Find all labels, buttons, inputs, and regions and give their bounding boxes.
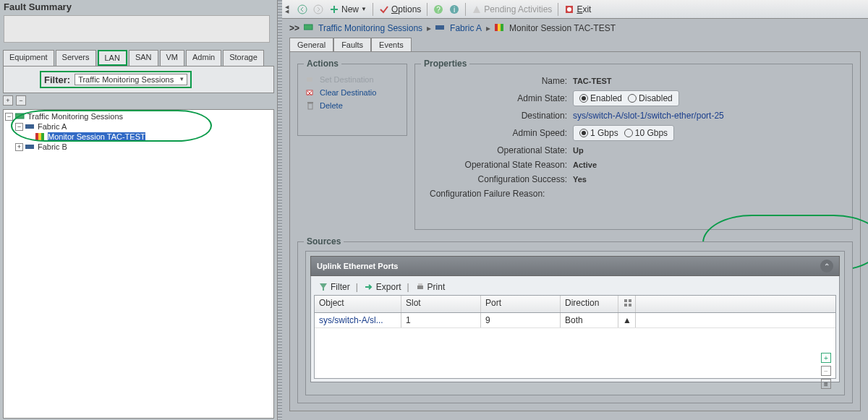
- svg-rect-2: [35, 133, 38, 140]
- tree-session[interactable]: Monitor Session TAC-TEST: [48, 132, 145, 141]
- tab-servers[interactable]: Servers: [56, 50, 96, 66]
- tree-fabric-b[interactable]: Fabric B: [38, 142, 67, 151]
- tree-root[interactable]: Traffic Monitoring Sessions: [27, 112, 123, 121]
- radio-enabled[interactable]: Enabled: [579, 93, 622, 103]
- collapse-all-button[interactable]: −: [16, 95, 26, 106]
- tab-admin[interactable]: Admin: [186, 50, 221, 66]
- top-toolbar: ◀◀ New▼ OOptionsptions ? i Pending Activ…: [282, 0, 868, 19]
- svg-rect-1: [25, 124, 34, 129]
- svg-rect-30: [629, 304, 631, 307]
- tree-toggle-fabric-a[interactable]: −: [15, 123, 23, 131]
- tab-vm[interactable]: VM: [160, 50, 185, 66]
- uplink-ports-header[interactable]: Uplink Ethernet Ports ⌃: [310, 256, 840, 276]
- filter-row: Filter: Traffic Monitoring Sessions: [3, 66, 274, 93]
- svg-rect-29: [624, 304, 627, 307]
- remove-row-icon[interactable]: −: [821, 366, 831, 376]
- op-reason-value: Active: [573, 160, 597, 169]
- expand-all-button[interactable]: +: [3, 95, 13, 106]
- cfg-fail-label: Configuration Failure Reason:: [430, 189, 574, 199]
- back-icon[interactable]: [297, 4, 307, 14]
- properties-legend: Properties: [421, 59, 469, 69]
- info-icon[interactable]: i: [449, 4, 459, 14]
- col-port[interactable]: Port: [481, 296, 561, 312]
- breadcrumb-level-3: Monitor Session TAC-TEST: [509, 23, 616, 33]
- cell-object[interactable]: sys/switch-A/sl...: [315, 313, 401, 327]
- tree-toggle-fabric-b[interactable]: +: [15, 143, 23, 151]
- col-slot[interactable]: Slot: [401, 296, 481, 312]
- pane-collapse-arrows[interactable]: ◀◀: [285, 5, 289, 14]
- collapse-chevron-icon[interactable]: ⌃: [820, 260, 833, 273]
- session-icon: [35, 133, 46, 140]
- options-button[interactable]: OOptionsptions: [379, 4, 421, 14]
- svg-rect-21: [307, 77, 312, 82]
- svg-rect-25: [417, 286, 423, 289]
- action-delete[interactable]: Delete: [305, 100, 399, 111]
- print-button[interactable]: Print: [412, 282, 448, 292]
- arrow-right-icon: [364, 282, 374, 292]
- properties-fieldset: Properties Name: TAC-TEST Admin State: E…: [414, 64, 853, 230]
- detail-tabs: General Faults Events: [282, 38, 868, 51]
- trash-icon: [305, 100, 315, 111]
- sources-fieldset: Sources Uplink Ethernet Ports ⌃ Filter: [297, 241, 853, 403]
- fault-summary-blank: [4, 15, 270, 43]
- cfg-success-label: Configuration Success:: [422, 174, 567, 184]
- svg-rect-9: [331, 9, 338, 10]
- breadcrumb-level-1[interactable]: Traffic Monitoring Sessions: [318, 23, 422, 33]
- export-button[interactable]: Export: [361, 282, 404, 292]
- forward-icon[interactable]: [313, 4, 323, 14]
- fault-summary: Fault Summary: [0, 0, 277, 50]
- tree-fabric-a[interactable]: Fabric A: [38, 122, 67, 131]
- svg-rect-4: [41, 133, 44, 140]
- target-icon: [305, 74, 315, 85]
- svg-rect-0: [15, 113, 24, 119]
- radio-10gbps[interactable]: 10 Gbps: [624, 128, 668, 138]
- help-icon[interactable]: ?: [433, 4, 443, 14]
- destination-label: Destination:: [422, 111, 567, 121]
- exit-button[interactable]: Exit: [564, 4, 591, 14]
- pending-activities-button[interactable]: Pending Activities: [472, 4, 552, 14]
- filter-button[interactable]: Filter: [315, 282, 353, 292]
- add-row-icon[interactable]: +: [821, 353, 831, 363]
- svg-rect-24: [307, 102, 313, 103]
- action-clear-destination[interactable]: Clear Destinatio: [305, 87, 399, 98]
- new-button[interactable]: New▼: [329, 4, 367, 14]
- svg-rect-17: [435, 25, 444, 30]
- svg-rect-20: [501, 24, 503, 31]
- tree-toggle-root[interactable]: −: [5, 113, 13, 121]
- fabric-icon: [25, 143, 35, 150]
- admin-state-label: Admin State:: [422, 93, 567, 103]
- svg-rect-27: [624, 299, 627, 302]
- cell-port: 9: [481, 313, 561, 327]
- tab-equipment[interactable]: Equipment: [3, 50, 54, 66]
- op-state-value: Up: [573, 146, 584, 155]
- tab-san[interactable]: SAN: [129, 50, 158, 66]
- check-icon: [379, 4, 389, 14]
- radio-disabled[interactable]: Disabled: [628, 93, 673, 103]
- filter-select[interactable]: Traffic Monitoring Sessions: [75, 74, 187, 85]
- tab-faults[interactable]: Faults: [333, 38, 371, 51]
- uplink-ports-grid: Object Slot Port Direction: [314, 295, 836, 379]
- breadcrumb-level-2[interactable]: Fabric A: [450, 23, 482, 33]
- right-pane: ◀◀ New▼ OOptionsptions ? i Pending Activ…: [282, 0, 868, 420]
- destination-link[interactable]: sys/switch-A/slot-1/switch-ether/port-25: [573, 111, 724, 121]
- col-settings[interactable]: [618, 296, 636, 312]
- sources-toolbar: Filter | Export | Print: [314, 279, 836, 295]
- printer-icon: [415, 282, 425, 292]
- grip-icon[interactable]: ≡: [821, 379, 831, 389]
- svg-text:?: ?: [437, 6, 441, 14]
- tab-storage[interactable]: Storage: [223, 50, 264, 66]
- tab-general[interactable]: General: [289, 38, 333, 51]
- cell-scroll-up[interactable]: ▲: [618, 313, 636, 327]
- svg-rect-26: [418, 283, 422, 286]
- col-direction[interactable]: Direction: [561, 296, 618, 312]
- admin-speed-label: Admin Speed:: [422, 128, 567, 138]
- monitor-icon: [304, 23, 314, 33]
- tab-lan[interactable]: LAN: [98, 50, 127, 66]
- table-row[interactable]: sys/switch-A/sl... 1 9 Both ▲: [315, 313, 835, 328]
- radio-1gbps[interactable]: 1 Gbps: [579, 128, 618, 138]
- actions-legend: Actions: [304, 59, 341, 69]
- col-object[interactable]: Object: [315, 296, 401, 312]
- tab-events[interactable]: Events: [371, 38, 412, 51]
- svg-rect-28: [629, 299, 631, 302]
- monitor-icon: [15, 113, 25, 120]
